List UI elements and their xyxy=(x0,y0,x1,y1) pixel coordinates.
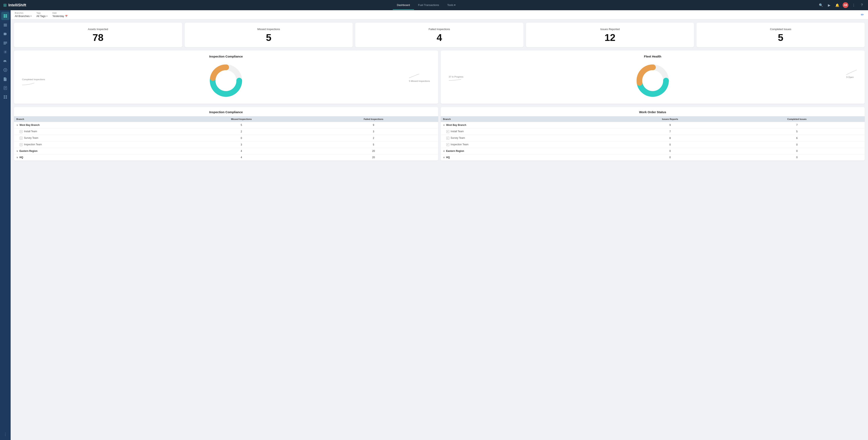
stat-issues-reported: Issues Reported 12 xyxy=(526,23,694,47)
filter-bar: Branches All Branches ▾ Tags All Tags ▾ … xyxy=(11,10,868,20)
stat-missed-value: 5 xyxy=(266,33,272,42)
nav-tools[interactable]: Tools ▾ xyxy=(443,1,460,10)
logo-text: IntelliShift xyxy=(8,3,26,7)
branches-dropdown[interactable]: All Branches ▾ xyxy=(15,14,31,18)
wo-col-issues: Issues Reports xyxy=(611,116,729,122)
work-order-table-title: Work Order Status xyxy=(441,107,865,116)
date-value: Yesterday xyxy=(52,14,64,18)
branch-expand-icon[interactable]: ∨ xyxy=(17,150,18,152)
svg-point-27 xyxy=(642,70,663,91)
tags-dropdown[interactable]: All Tags ▾ xyxy=(36,14,48,18)
fleet-health-chart: Fleet Health 37 In Progress xyxy=(441,51,865,104)
sub-expand-icon[interactable]: > xyxy=(446,130,449,133)
inspection-missed-label: 5 Missed Inspections xyxy=(409,80,430,82)
more-icon[interactable]: ⋮ xyxy=(851,2,857,8)
branch-cell: ∨ West Bay Branch xyxy=(14,122,174,128)
nav-links: Dashboard Fuel Transactions Tools ▾ xyxy=(34,1,818,10)
branch-expand-icon[interactable]: ∨ xyxy=(17,156,18,158)
sidebar-item-assets[interactable] xyxy=(1,21,9,29)
branch-expand-icon[interactable]: ∨ xyxy=(443,150,445,152)
stat-missed-title: Missed Inspections xyxy=(257,28,280,31)
branch-expand-icon[interactable]: ∨ xyxy=(17,124,18,126)
nav-dashboard[interactable]: Dashboard xyxy=(393,1,414,10)
inspection-col-missed: Missed Inspections xyxy=(174,116,309,122)
stat-issues-title: Issues Reported xyxy=(600,28,620,31)
help-icon[interactable]: ? xyxy=(859,2,865,8)
sidebar-item-fleet[interactable] xyxy=(1,57,9,65)
stat-assets-value: 78 xyxy=(93,33,103,42)
sidebar-item-camera[interactable] xyxy=(1,30,9,38)
sub-branch-cell: > Survey Team xyxy=(441,135,611,141)
branch-expand-icon[interactable]: ∨ xyxy=(443,124,445,126)
stat-assets-inspected: Assets Inspected 78 xyxy=(14,23,182,47)
table-row: ∨ HQ 0 0 xyxy=(441,154,865,160)
tags-label: Tags xyxy=(36,12,48,14)
edit-dashboard-icon[interactable]: ✏ xyxy=(861,12,864,17)
sub-branch-cell: > Install Team xyxy=(441,128,611,135)
sidebar-item-reports[interactable] xyxy=(1,75,9,83)
content-area: Branches All Branches ▾ Tags All Tags ▾ … xyxy=(11,10,868,440)
sidebar-item-maintenance[interactable] xyxy=(1,48,9,56)
sidebar-item-more[interactable]: ⋮ xyxy=(1,430,9,438)
sidebar-item-integrations[interactable] xyxy=(1,93,9,101)
dashboard-scroll: Assets Inspected 78 Missed Inspections 5… xyxy=(11,20,868,440)
work-order-table: Work Order Status Branch Issues Reports … xyxy=(441,107,865,160)
sidebar-item-settings[interactable] xyxy=(1,66,9,74)
stat-failed-inspections: Failed Inspections 4 xyxy=(355,23,523,47)
inspection-compliance-chart: Inspection Compliance Completed Inspecti… xyxy=(14,51,438,104)
charts-row: Inspection Compliance Completed Inspecti… xyxy=(14,51,865,104)
svg-rect-3 xyxy=(5,16,7,18)
svg-rect-15 xyxy=(4,88,5,89)
table-row: > Inspection Team 3 5 xyxy=(14,141,438,148)
branch-expand-icon[interactable]: ∨ xyxy=(443,156,445,158)
table-row: ∨ West Bay Branch 5 9 xyxy=(14,122,438,128)
sub-branch-cell: > Survey Team xyxy=(14,135,174,141)
sub-expand-icon[interactable]: > xyxy=(446,137,449,140)
search-icon[interactable]: 🔍 xyxy=(818,2,824,8)
bell-icon[interactable]: 🔔 xyxy=(834,2,840,8)
inspection-col-failed: Failed Inspections xyxy=(309,116,438,122)
sub-branch-cell: > Install Team xyxy=(14,128,174,135)
stat-assets-title: Assets Inspected xyxy=(88,28,108,31)
sub-expand-icon[interactable]: > xyxy=(20,143,23,146)
stat-completed-issues: Completed Issues 5 xyxy=(696,23,865,47)
table-row: > Survey Team 8 6 xyxy=(441,135,865,141)
svg-rect-2 xyxy=(4,16,5,18)
sidebar-item-forms[interactable] xyxy=(1,84,9,92)
svg-rect-9 xyxy=(3,44,6,45)
svg-point-11 xyxy=(5,69,6,70)
tags-arrow-icon: ▾ xyxy=(46,15,48,17)
sidebar-item-dispatch[interactable] xyxy=(1,39,9,47)
date-filter: Date Yesterday 📅 xyxy=(52,12,67,18)
table-row: ∨ West Bay Branch 9 7 xyxy=(441,122,865,128)
nav-tools: 🔍 ▶ 🔔 AB ⋮ ? xyxy=(818,2,865,8)
date-picker[interactable]: Yesterday 📅 xyxy=(52,14,67,18)
sidebar-item-dashboard[interactable] xyxy=(1,12,9,20)
stat-failed-value: 4 xyxy=(437,33,442,42)
sub-expand-icon[interactable]: > xyxy=(20,130,23,133)
sub-expand-icon[interactable]: > xyxy=(446,143,449,146)
work-order-status-table: Branch Issues Reports Completed Issues ∨… xyxy=(441,116,865,160)
tags-value: All Tags xyxy=(36,14,45,18)
branch-cell: ∨ West Bay Branch xyxy=(441,122,611,128)
branch-cell: ∨ HQ xyxy=(14,154,174,160)
play-icon[interactable]: ▶ xyxy=(826,2,832,8)
inspection-completed-label: Completed Inspections xyxy=(22,78,45,81)
svg-rect-5 xyxy=(4,25,7,25)
main-layout: ⋮ Branches All Branches ▾ Tags All Tags … xyxy=(0,10,868,440)
svg-rect-7 xyxy=(3,42,7,42)
svg-point-10 xyxy=(5,51,6,53)
table-row: > Install Team 7 5 xyxy=(441,128,865,135)
svg-rect-13 xyxy=(4,87,6,88)
branches-label: Branches xyxy=(15,12,31,14)
svg-rect-14 xyxy=(4,88,6,88)
table-row: > Survey Team 0 2 xyxy=(14,135,438,141)
avatar[interactable]: AB xyxy=(843,2,848,8)
branch-cell: ∨ Eastern Region xyxy=(14,148,174,154)
fleet-right-line xyxy=(846,69,857,75)
sub-expand-icon[interactable]: > xyxy=(20,137,23,140)
top-nav: ⊞ IntelliShift Dashboard Fuel Transactio… xyxy=(0,0,868,10)
svg-point-19 xyxy=(6,97,7,99)
svg-rect-1 xyxy=(5,14,7,16)
nav-fuel[interactable]: Fuel Transactions xyxy=(414,1,443,10)
